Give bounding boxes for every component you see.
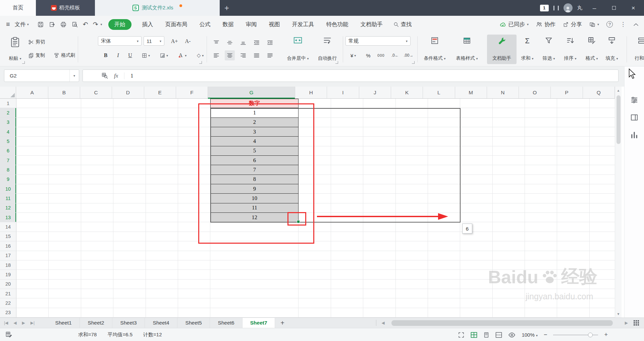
cell-C14[interactable]: [81, 222, 113, 232]
cell-F1[interactable]: [178, 99, 210, 108]
row-header-22[interactable]: 22: [0, 298, 16, 308]
cell-P20[interactable]: [557, 280, 589, 289]
align-bottom-button[interactable]: [238, 38, 248, 48]
eye-protect-icon[interactable]: [508, 332, 516, 338]
cell-O12[interactable]: [525, 203, 557, 213]
cell-G5[interactable]: 4: [210, 137, 299, 146]
cell-C16[interactable]: [81, 241, 113, 251]
switch-window-button[interactable]: ▾: [589, 22, 599, 27]
cell-G6[interactable]: 5: [210, 146, 299, 156]
sheet-tab-Sheet5[interactable]: Sheet5: [177, 318, 210, 328]
cell-K23[interactable]: [396, 308, 428, 318]
zoom-slider-thumb[interactable]: [588, 333, 593, 337]
cell-D11[interactable]: [113, 194, 146, 203]
cell-B3[interactable]: [49, 118, 81, 127]
zoom-level[interactable]: 100% ▾: [522, 332, 538, 338]
menu-item-2[interactable]: 公式: [194, 21, 217, 28]
cell-Q19[interactable]: [590, 270, 615, 279]
menu-item-4[interactable]: 审阅: [240, 21, 263, 28]
cell-A3[interactable]: [16, 118, 49, 127]
align-middle-button[interactable]: [225, 38, 235, 48]
cell-I3[interactable]: [331, 118, 363, 127]
cell-J19[interactable]: [363, 270, 395, 279]
cell-F7[interactable]: [178, 156, 210, 165]
cell-Q21[interactable]: [590, 289, 615, 298]
cell-C11[interactable]: [81, 194, 113, 203]
cell-N15[interactable]: [493, 232, 525, 241]
cell-L23[interactable]: [428, 308, 460, 318]
cell-B11[interactable]: [49, 194, 81, 203]
cell-M9[interactable]: [460, 175, 492, 184]
cell-B2[interactable]: [49, 108, 81, 117]
cell-A12[interactable]: [16, 203, 49, 213]
cell-G20[interactable]: [210, 280, 299, 289]
cell-C8[interactable]: [81, 165, 113, 175]
cell-O11[interactable]: [525, 194, 557, 203]
cell-C15[interactable]: [81, 232, 113, 241]
print-preview-button[interactable]: [72, 21, 78, 28]
cell-K15[interactable]: [396, 232, 428, 241]
cell-K16[interactable]: [396, 241, 428, 251]
cell-D22[interactable]: [113, 298, 146, 308]
fill-color-button[interactable]: ▾: [156, 50, 172, 60]
cell-E3[interactable]: [146, 118, 178, 127]
fullscreen-icon[interactable]: [458, 332, 465, 338]
cell-Q3[interactable]: [590, 118, 615, 127]
cell-O5[interactable]: [525, 137, 557, 146]
row-header-18[interactable]: 18: [0, 260, 16, 270]
cell-O20[interactable]: [525, 280, 557, 289]
cell-L8[interactable]: [428, 165, 460, 175]
cell-L15[interactable]: [428, 232, 460, 241]
cell-M18[interactable]: [460, 260, 492, 270]
cell-M22[interactable]: [460, 298, 492, 308]
cell-J7[interactable]: [363, 156, 395, 165]
cell-B4[interactable]: [49, 127, 81, 137]
cell-M19[interactable]: [460, 270, 492, 279]
cell-B10[interactable]: [49, 184, 81, 194]
cell-I4[interactable]: [331, 127, 363, 137]
column-header-L[interactable]: L: [423, 87, 455, 98]
cell-Q4[interactable]: [590, 127, 615, 137]
increase-indent-button[interactable]: [265, 38, 275, 48]
task-pane-icon[interactable]: [630, 113, 638, 121]
cell-H16[interactable]: [299, 241, 331, 251]
page-break-view-icon[interactable]: [495, 332, 502, 338]
cell-E15[interactable]: [146, 232, 178, 241]
cell-L4[interactable]: [428, 127, 460, 137]
cell-J1[interactable]: [363, 99, 395, 108]
cell-C6[interactable]: [81, 146, 113, 156]
cell-E11[interactable]: [146, 194, 178, 203]
message-count-badge[interactable]: 1: [540, 5, 549, 11]
cell-P7[interactable]: [557, 156, 589, 165]
sheet-tab-Sheet7[interactable]: Sheet7: [243, 318, 275, 328]
row-header-10[interactable]: 10: [0, 184, 16, 194]
insert-function-icon[interactable]: fx: [114, 72, 118, 79]
avatar[interactable]: [564, 3, 573, 12]
cell-I9[interactable]: [331, 175, 363, 184]
cell-P9[interactable]: [557, 175, 589, 184]
cell-J20[interactable]: [363, 280, 395, 289]
cell-D13[interactable]: [113, 213, 146, 222]
cell-H7[interactable]: [299, 156, 331, 165]
cell-J15[interactable]: [363, 232, 395, 241]
cell-O4[interactable]: [525, 127, 557, 137]
cell-O3[interactable]: [525, 118, 557, 127]
cell-O1[interactable]: [525, 99, 557, 108]
cell-I5[interactable]: [331, 137, 363, 146]
cell-C23[interactable]: [81, 308, 113, 318]
cell-F10[interactable]: [178, 184, 210, 194]
clear-format-button[interactable]: ◇▾: [193, 50, 208, 60]
user-name[interactable]: 丸: [577, 4, 583, 11]
cell-B20[interactable]: [49, 280, 81, 289]
cell-H11[interactable]: [299, 194, 331, 203]
cell-E9[interactable]: [146, 175, 178, 184]
cell-J10[interactable]: [363, 184, 395, 194]
column-header-K[interactable]: K: [391, 87, 423, 98]
cell-K19[interactable]: [396, 270, 428, 279]
cell-H19[interactable]: [299, 270, 331, 279]
cell-A2[interactable]: [16, 108, 49, 117]
cell-G15[interactable]: [210, 232, 299, 241]
cell-B23[interactable]: [49, 308, 81, 318]
cell-C12[interactable]: [81, 203, 113, 213]
column-header-G[interactable]: G: [208, 87, 295, 98]
